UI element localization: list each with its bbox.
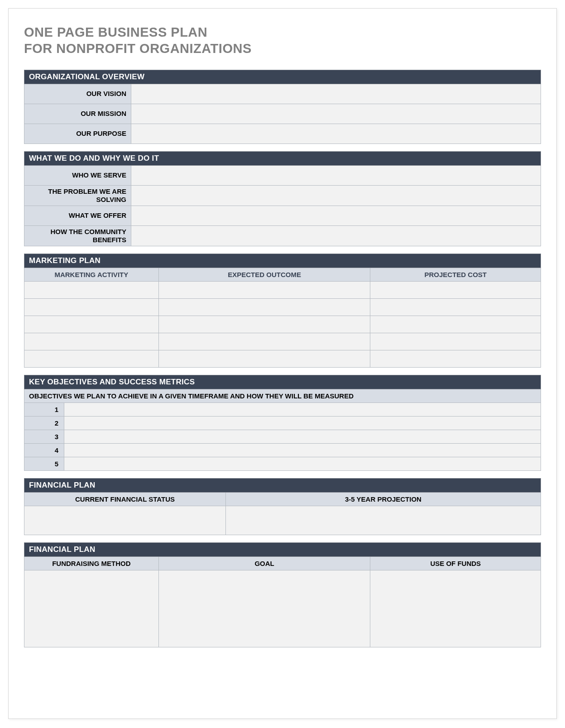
overview-label: OUR MISSION <box>24 104 131 124</box>
overview-value[interactable] <box>131 124 541 144</box>
financial-status-column-headers: CURRENT FINANCIAL STATUS 3-5 YEAR PROJEC… <box>24 492 541 506</box>
whatwedo-value[interactable] <box>131 206 541 225</box>
overview-section: ORGANIZATIONAL OVERVIEW OUR VISION OUR M… <box>24 70 541 144</box>
objective-value[interactable] <box>64 443 541 457</box>
objective-row: 4 <box>24 443 541 457</box>
marketing-cost[interactable] <box>370 298 541 316</box>
whatwedo-value[interactable] <box>131 225 541 246</box>
marketing-outcome[interactable] <box>158 316 370 333</box>
overview-row: OUR VISION <box>24 84 541 104</box>
marketing-activity[interactable] <box>24 281 159 298</box>
objectives-header: KEY OBJECTIVES AND SUCCESS METRICS <box>24 375 541 389</box>
fundraising-column-headers: FUNDRAISING METHOD GOAL USE OF FUNDS <box>24 556 541 570</box>
whatwedo-header: WHAT WE DO AND WHY WE DO IT <box>24 151 541 165</box>
whatwedo-label: WHO WE SERVE <box>24 165 131 185</box>
marketing-cost[interactable] <box>370 316 541 333</box>
marketing-header: MARKETING PLAN <box>24 254 541 268</box>
financial-current-value[interactable] <box>24 506 226 535</box>
marketing-row <box>24 316 541 333</box>
financial-status-row <box>24 506 541 535</box>
marketing-row <box>24 281 541 298</box>
objective-value[interactable] <box>64 457 541 470</box>
marketing-outcome[interactable] <box>158 298 370 316</box>
objective-number: 1 <box>24 402 64 416</box>
overview-label: OUR PURPOSE <box>24 124 131 144</box>
objective-row: 5 <box>24 457 541 470</box>
title-line1: ONE PAGE BUSINESS PLAN <box>24 25 207 39</box>
marketing-activity[interactable] <box>24 316 159 333</box>
marketing-cost[interactable] <box>370 333 541 350</box>
marketing-cost[interactable] <box>370 281 541 298</box>
whatwedo-row: HOW THE COMMUNITY BENEFITS <box>24 225 541 246</box>
financial-status-header: FINANCIAL PLAN <box>24 478 541 492</box>
fundraising-use-value[interactable] <box>370 570 541 647</box>
fundraising-goal-value[interactable] <box>158 570 370 647</box>
financial-col-projection: 3-5 YEAR PROJECTION <box>225 492 541 506</box>
objective-number: 2 <box>24 416 64 430</box>
whatwedo-label: THE PROBLEM WE ARE SOLVING <box>24 185 131 206</box>
marketing-col-outcome: EXPECTED OUTCOME <box>158 268 370 281</box>
financial-projection-value[interactable] <box>225 506 541 535</box>
marketing-activity[interactable] <box>24 333 159 350</box>
fundraising-method-value[interactable] <box>24 570 159 647</box>
overview-label: OUR VISION <box>24 84 131 104</box>
title-line2: FOR NONPROFIT ORGANIZATIONS <box>24 41 252 56</box>
fundraising-section: FINANCIAL PLAN FUNDRAISING METHOD GOAL U… <box>24 542 541 647</box>
objective-row: 3 <box>24 430 541 443</box>
document-page: ONE PAGE BUSINESS PLAN FOR NONPROFIT ORG… <box>8 8 557 719</box>
marketing-activity[interactable] <box>24 350 159 367</box>
marketing-outcome[interactable] <box>158 281 370 298</box>
whatwedo-row: THE PROBLEM WE ARE SOLVING <box>24 185 541 206</box>
overview-header: ORGANIZATIONAL OVERVIEW <box>24 70 541 84</box>
overview-value[interactable] <box>131 84 541 104</box>
marketing-outcome[interactable] <box>158 350 370 367</box>
fundraising-row <box>24 570 541 647</box>
objectives-section: KEY OBJECTIVES AND SUCCESS METRICS OBJEC… <box>24 375 541 471</box>
objective-value[interactable] <box>64 402 541 416</box>
overview-value[interactable] <box>131 104 541 124</box>
fundraising-col-use: USE OF FUNDS <box>370 556 541 570</box>
whatwedo-section: WHAT WE DO AND WHY WE DO IT WHO WE SERVE… <box>24 151 541 246</box>
whatwedo-row: WHO WE SERVE <box>24 165 541 185</box>
marketing-row <box>24 350 541 367</box>
objective-number: 3 <box>24 430 64 443</box>
objective-value[interactable] <box>64 430 541 443</box>
objective-row: 1 <box>24 402 541 416</box>
marketing-outcome[interactable] <box>158 333 370 350</box>
objectives-subheader: OBJECTIVES WE PLAN TO ACHIEVE IN A GIVEN… <box>24 389 541 402</box>
whatwedo-value[interactable] <box>131 165 541 185</box>
marketing-col-activity: MARKETING ACTIVITY <box>24 268 159 281</box>
overview-row: OUR MISSION <box>24 104 541 124</box>
financial-status-section: FINANCIAL PLAN CURRENT FINANCIAL STATUS … <box>24 478 541 535</box>
overview-row: OUR PURPOSE <box>24 124 541 144</box>
whatwedo-value[interactable] <box>131 185 541 206</box>
marketing-row <box>24 298 541 316</box>
financial-col-current: CURRENT FINANCIAL STATUS <box>24 492 226 506</box>
objective-number: 4 <box>24 443 64 457</box>
fundraising-header: FINANCIAL PLAN <box>24 542 541 556</box>
objective-row: 2 <box>24 416 541 430</box>
marketing-activity[interactable] <box>24 298 159 316</box>
whatwedo-row: WHAT WE OFFER <box>24 206 541 225</box>
objective-number: 5 <box>24 457 64 470</box>
marketing-row <box>24 333 541 350</box>
marketing-col-cost: PROJECTED COST <box>370 268 541 281</box>
objective-value[interactable] <box>64 416 541 430</box>
whatwedo-label: WHAT WE OFFER <box>24 206 131 225</box>
fundraising-col-goal: GOAL <box>158 556 370 570</box>
fundraising-col-method: FUNDRAISING METHOD <box>24 556 159 570</box>
marketing-cost[interactable] <box>370 350 541 367</box>
page-title: ONE PAGE BUSINESS PLAN FOR NONPROFIT ORG… <box>24 24 541 57</box>
whatwedo-label: HOW THE COMMUNITY BENEFITS <box>24 225 131 246</box>
marketing-section: MARKETING PLAN MARKETING ACTIVITY EXPECT… <box>24 254 541 368</box>
marketing-column-headers: MARKETING ACTIVITY EXPECTED OUTCOME PROJ… <box>24 268 541 281</box>
